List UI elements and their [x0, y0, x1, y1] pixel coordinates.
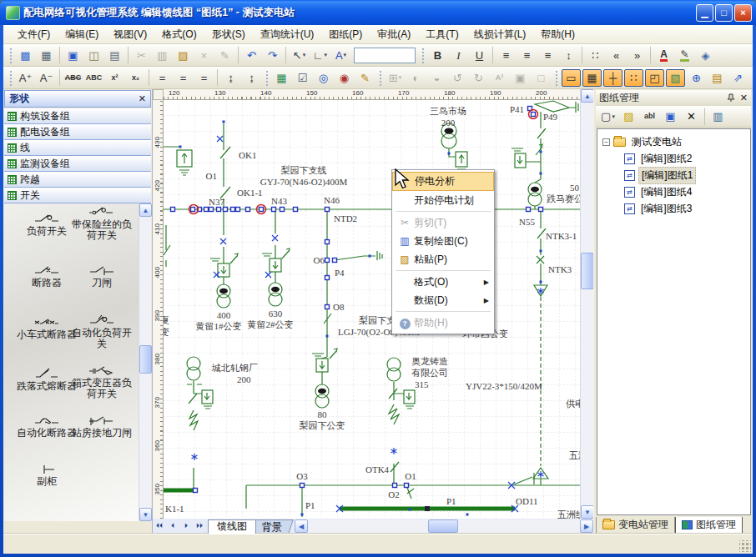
- tree-item-sheet[interactable]: ⇄[编辑]图纸3: [624, 201, 694, 216]
- strikethrough-icon[interactable]: ABC: [63, 69, 83, 87]
- text-tool-icon[interactable]: A▾: [331, 47, 350, 64]
- feeder-diagram[interactable]: 三鸟市场200P41P49OK1O1OK1-1N37N43N46梨园下支线GYJ…: [164, 100, 580, 519]
- font-increase-icon[interactable]: A⁺: [16, 69, 35, 87]
- panel-tab-substation-manager[interactable]: 变电站管理: [596, 517, 675, 534]
- tree-item-sheet[interactable]: ⇄[编辑]图纸1: [624, 168, 696, 183]
- scroll-thumb[interactable]: [139, 345, 152, 374]
- bring-to-front-icon[interactable]: ▣: [511, 69, 530, 87]
- outdent-icon[interactable]: «: [607, 47, 626, 64]
- copy-sheet-icon[interactable]: ▣: [661, 108, 680, 125]
- open-sheet-icon[interactable]: ▨: [619, 108, 638, 125]
- context-menu-item-data[interactable]: 数据(D)▶: [392, 291, 494, 309]
- underline-icon[interactable]: U: [470, 47, 489, 64]
- context-menu-item-cut[interactable]: ✂剪切(T): [392, 213, 494, 232]
- rotate-left-icon[interactable]: ↺: [448, 69, 467, 87]
- bold-icon[interactable]: B: [428, 47, 447, 64]
- shape-text-size-icon[interactable]: A³: [490, 69, 509, 87]
- page-tab-background[interactable]: 背景: [250, 519, 294, 534]
- context-menu-item-paste[interactable]: ▨粘贴(P): [392, 250, 494, 268]
- text-align-top-icon[interactable]: =: [194, 69, 214, 87]
- menu-item-s[interactable]: 形状(S): [204, 25, 253, 44]
- rename-sheet-icon[interactable]: abl: [640, 108, 659, 125]
- align-center-icon[interactable]: ≡: [517, 47, 537, 64]
- pointer-tool-icon[interactable]: ↖▾: [290, 47, 309, 64]
- shape-group-2[interactable]: 配电设备组: [4, 124, 151, 140]
- font-color-icon[interactable]: A: [654, 47, 673, 64]
- connector-tool-icon[interactable]: ∟▾: [310, 47, 330, 64]
- last-page-icon[interactable]: ⏵⏵: [193, 519, 206, 533]
- page-tab-feeder[interactable]: 馈线图: [208, 519, 256, 534]
- vertical-scrollbar[interactable]: ▲ ▼: [580, 89, 593, 519]
- next-page-icon[interactable]: ⏵: [179, 519, 193, 533]
- insert-picture-icon[interactable]: ▦: [272, 69, 291, 87]
- toggle-page-breaks-icon[interactable]: ◰: [645, 69, 664, 87]
- shape-group-5[interactable]: 跨越: [4, 172, 151, 188]
- export-sheet-icon[interactable]: ▥: [708, 108, 728, 125]
- menu-item-v[interactable]: 视图(V): [106, 25, 154, 44]
- scroll-up-icon[interactable]: ▲: [139, 203, 152, 217]
- stencil-item-station-ground-knife[interactable]: 站房接地刀闸: [69, 414, 134, 439]
- tree-root-substation[interactable]: −测试变电站: [602, 134, 684, 149]
- print-icon[interactable]: ▤: [105, 47, 124, 64]
- menu-item-h[interactable]: 帮助(H): [533, 25, 582, 44]
- scroll-up-icon[interactable]: ▲: [581, 89, 594, 103]
- context-menu-item-format[interactable]: 格式(O)▶: [392, 273, 494, 291]
- text-align-bottom-icon[interactable]: =: [153, 69, 172, 87]
- pan-zoom-icon[interactable]: ⊕: [687, 69, 706, 87]
- italic-icon[interactable]: I: [449, 47, 468, 64]
- menu-item-l[interactable]: 线损计算(L): [466, 25, 534, 44]
- copy-icon[interactable]: ▥: [153, 47, 172, 64]
- new-sheet-icon[interactable]: ▢▾: [598, 108, 617, 125]
- stencil-item-auto-load-switch[interactable]: 自动化负荷开关: [69, 314, 134, 349]
- indent-icon[interactable]: »: [627, 47, 647, 64]
- align-left-icon[interactable]: ≡: [496, 47, 516, 64]
- pin-icon[interactable]: [727, 93, 735, 103]
- prev-page-icon[interactable]: ⏴: [166, 519, 179, 533]
- tree-item-sheet[interactable]: ⇄[编辑]图纸2: [624, 151, 694, 166]
- page-preview-icon[interactable]: ◫: [84, 47, 103, 64]
- tree-collapse-icon[interactable]: −: [602, 138, 610, 146]
- format-painter-icon[interactable]: ✎: [215, 47, 234, 64]
- toggle-grid-icon[interactable]: ▦: [582, 69, 602, 87]
- menu-item-p[interactable]: 图纸(P): [321, 25, 370, 44]
- shapes-close-icon[interactable]: ✕: [139, 93, 146, 104]
- shape-group-1[interactable]: 构筑设备组: [4, 108, 151, 124]
- panel-tab-sheet-manager[interactable]: 图纸管理: [675, 517, 743, 534]
- redo-icon[interactable]: ↷: [263, 47, 282, 64]
- scroll-left-icon[interactable]: ◀: [295, 519, 308, 533]
- context-menu-item-start-outage-plan[interactable]: 开始停电计划: [392, 191, 494, 209]
- scroll-right-icon[interactable]: ▶: [580, 519, 593, 533]
- menu-item-a[interactable]: 审批(A): [370, 25, 418, 44]
- align-right-icon[interactable]: ≡: [538, 47, 557, 64]
- undo-icon[interactable]: ↶: [242, 47, 261, 64]
- shapes-scrollbar[interactable]: ▲ ▼: [139, 203, 151, 521]
- vertical-text-icon[interactable]: ↕: [559, 47, 578, 64]
- delete-icon[interactable]: ×: [194, 47, 214, 64]
- find-shape-icon[interactable]: ◎: [314, 69, 333, 87]
- context-menu-item-help[interactable]: ?帮助(H): [392, 314, 494, 332]
- sheets-close-icon[interactable]: ✕: [740, 93, 748, 103]
- menu-item-u[interactable]: 查询统计(U): [253, 25, 322, 44]
- send-to-back-icon[interactable]: □: [532, 69, 551, 87]
- toggle-connection-points-icon[interactable]: ∷: [624, 69, 643, 87]
- check-drawing-icon[interactable]: ☑: [293, 69, 312, 87]
- horizontal-scrollbar[interactable]: ◀ ▶: [295, 519, 593, 533]
- line-spacing-decrease-icon[interactable]: ↨: [221, 69, 240, 87]
- context-menu-item-copy-drawing[interactable]: ▥复制绘图(C): [392, 232, 494, 250]
- maximize-button[interactable]: □: [715, 4, 733, 22]
- save-icon[interactable]: ▣: [63, 47, 83, 64]
- minimize-button[interactable]: ▁: [696, 4, 713, 22]
- first-page-icon[interactable]: ⏴⏴: [153, 519, 166, 533]
- shape-group-6[interactable]: 开关: [4, 188, 151, 203]
- scroll-down-icon[interactable]: ▼: [581, 505, 594, 519]
- fill-color-icon[interactable]: ◈: [696, 47, 715, 64]
- tree-item-sheet[interactable]: ⇄[编辑]图纸4: [624, 184, 694, 199]
- scroll-thumb[interactable]: [428, 519, 458, 533]
- annotate-icon[interactable]: ✎: [355, 69, 375, 87]
- shape-group-3[interactable]: 线: [4, 140, 151, 156]
- abc-style-icon[interactable]: ABC: [84, 69, 103, 87]
- highlight-icon[interactable]: ✎: [675, 47, 694, 64]
- connectivity-icon[interactable]: ⇗: [728, 69, 748, 87]
- cut-icon[interactable]: ✂: [132, 47, 151, 64]
- drawing-explorer-icon[interactable]: ▧: [666, 69, 685, 87]
